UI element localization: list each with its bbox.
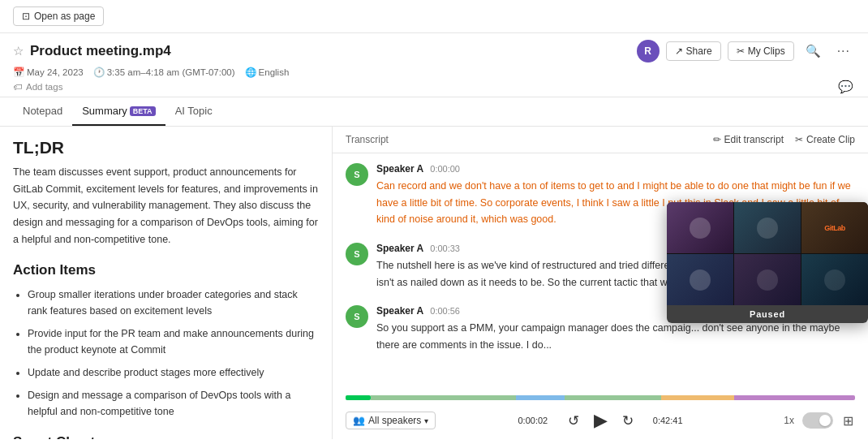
search-icon: 🔍: [806, 44, 821, 58]
grid-icon: ⊞: [843, 414, 853, 428]
video-overlay: GitLab Paused: [667, 202, 868, 323]
grid-view-button[interactable]: ⊞: [841, 412, 855, 430]
tag-icon: 🏷: [13, 82, 23, 92]
speaker-time-3: 0:00:56: [430, 306, 460, 316]
tab-summary[interactable]: Summary BETA: [72, 97, 165, 126]
rewind-icon: ↺: [568, 413, 579, 429]
share-icon: ↗: [675, 45, 683, 57]
more-button[interactable]: ···: [832, 41, 855, 62]
action-item: Provide input for the PR team and make a…: [28, 325, 319, 358]
speaker-name-2: Speaker A: [376, 243, 423, 254]
paused-bar: Paused: [667, 305, 868, 323]
video-cell-6: [801, 254, 868, 305]
meta-date: 📅 May 24, 2023: [13, 67, 84, 78]
action-item: Group smaller iterations under broader c…: [28, 287, 319, 319]
chevron-down-icon: ▾: [424, 416, 428, 425]
tab-notepad[interactable]: Notepad: [13, 97, 72, 126]
open-as-page-label: Open as page: [34, 11, 95, 22]
main-content: TL;DR The team discusses event support, …: [0, 127, 868, 439]
progress-track: [346, 395, 855, 400]
speaker-time-1: 0:00:00: [430, 164, 460, 174]
share-button[interactable]: ↗ Share: [666, 41, 721, 61]
tabs-bar: Notepad Summary BETA AI Topic: [0, 97, 868, 127]
clock-icon: 🕐: [93, 67, 105, 78]
pencil-icon: ✏: [713, 134, 721, 145]
waveform-section: [333, 390, 868, 403]
play-icon: ▶: [594, 410, 608, 430]
create-clip-button[interactable]: ✂ Create Clip: [795, 134, 855, 145]
beta-badge: BETA: [130, 106, 156, 116]
tldr-title: TL;DR: [13, 138, 319, 157]
my-clips-button[interactable]: ✂ My Clips: [728, 41, 794, 61]
search-button[interactable]: 🔍: [801, 41, 826, 62]
message-text-3: So you support as a PMM, your campaign m…: [376, 320, 855, 353]
calendar-icon: 📅: [13, 67, 24, 78]
more-icon: ···: [837, 44, 850, 58]
edit-transcript-button[interactable]: ✏ Edit transcript: [713, 134, 784, 145]
action-items-list: Group smaller iterations under broader c…: [13, 287, 319, 420]
top-bar: ⊡ Open as page: [0, 0, 868, 33]
globe-icon: 🌐: [245, 67, 256, 78]
speaker-time-2: 0:00:33: [430, 244, 460, 253]
create-clip-icon: ✂: [795, 134, 803, 145]
transcript-header: Transcript ✏ Edit transcript ✂ Create Cl…: [333, 127, 868, 153]
add-tags[interactable]: 🏷 Add tags: [13, 82, 855, 92]
speaker-avatar-1: S: [346, 163, 368, 186]
action-item: Design and message a comparison of DevOp…: [28, 387, 319, 420]
all-speakers-button[interactable]: 👥 All speakers ▾: [346, 412, 436, 429]
avatar[interactable]: R: [637, 40, 660, 63]
transcript-label: Transcript: [346, 134, 389, 145]
smart-chapters-title: Smart Chapters: [13, 434, 319, 439]
tldr-text: The team discusses event support, produc…: [13, 164, 319, 248]
action-item: Update and describe product stages more …: [28, 364, 319, 381]
progress-fill: [346, 395, 371, 400]
meta-time: 🕐 3:35 am–4:18 am (GMT-07:00): [93, 67, 235, 78]
audio-toggle[interactable]: [802, 412, 833, 429]
play-button[interactable]: ▶: [592, 408, 609, 433]
header: ☆ Product meeting.mp4 R ↗ Share ✂ My Cli…: [0, 33, 868, 97]
video-cell-2: [734, 202, 801, 253]
forward-icon: ↻: [622, 413, 634, 429]
page-title: Product meeting.mp4: [30, 43, 171, 59]
comment-icon: 💬: [838, 80, 853, 93]
video-cell-4: [667, 254, 733, 305]
video-cell-3: GitLab: [801, 202, 868, 253]
right-panel: Transcript ✏ Edit transcript ✂ Create Cl…: [333, 127, 868, 439]
page-icon: ⊡: [22, 11, 30, 22]
speaker-name-3: Speaker A: [376, 305, 423, 317]
left-panel: TL;DR The team discusses event support, …: [0, 127, 333, 439]
time-left: 0:00:02: [518, 416, 555, 425]
action-items-title: Action Items: [13, 262, 319, 278]
clips-icon: ✂: [737, 45, 745, 57]
video-grid: GitLab: [667, 202, 868, 305]
star-icon[interactable]: ☆: [13, 44, 24, 58]
rewind-button[interactable]: ↺: [566, 411, 581, 431]
meta-language: 🌐 English: [245, 67, 290, 78]
tab-ai-topic[interactable]: AI Topic: [165, 97, 222, 126]
video-cell-5: [734, 254, 801, 305]
player-controls: 👥 All speakers ▾ 0:00:02 ↺ ▶ ↻ 0:42:41: [333, 403, 868, 439]
time-right: 0:42:41: [647, 416, 683, 425]
speaker-icon: 👥: [353, 415, 365, 426]
speed-button[interactable]: 1x: [784, 415, 794, 426]
video-cell-1: [667, 202, 733, 253]
speaker-avatar-2: S: [346, 243, 368, 265]
speaker-avatar-3: S: [346, 305, 368, 328]
open-as-page-button[interactable]: ⊡ Open as page: [13, 6, 104, 26]
speaker-name-1: Speaker A: [376, 163, 423, 175]
forward-button[interactable]: ↻: [621, 411, 635, 431]
comment-button[interactable]: 💬: [833, 76, 858, 97]
transcript-messages: S Speaker A 0:00:00 Can record and we do…: [333, 153, 868, 390]
